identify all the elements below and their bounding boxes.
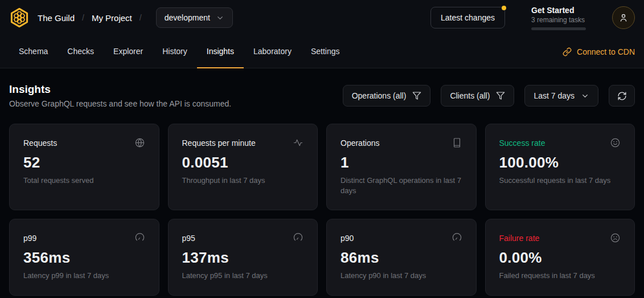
metric-card-success-rate: Success rate 100.00% Successful requests… bbox=[485, 124, 635, 210]
insights-header: Insights Observe GraphQL requests and se… bbox=[0, 83, 644, 108]
card-value: 100.00% bbox=[499, 154, 621, 172]
page-subtitle: Observe GraphQL requests and see how the… bbox=[9, 99, 231, 108]
metric-card-requests: Requests 52 Total requests served bbox=[9, 124, 159, 210]
latest-changes-button[interactable]: Latest changes bbox=[430, 7, 505, 28]
card-title: Failure rate bbox=[499, 234, 540, 243]
card-value: 0.00% bbox=[499, 249, 621, 267]
card-title: p95 bbox=[182, 234, 195, 243]
card-value: 0.0051 bbox=[182, 154, 304, 172]
environment-selector[interactable]: development bbox=[156, 7, 233, 28]
get-started-title: Get Started bbox=[531, 6, 586, 15]
latest-changes-label: Latest changes bbox=[441, 13, 495, 22]
metric-card-failure-rate: Failure rate 0.00% Failed requests in la… bbox=[485, 219, 635, 296]
breadcrumb-separator: / bbox=[140, 13, 142, 22]
card-description: Successful requests in last 7 days bbox=[499, 175, 621, 186]
activity-icon bbox=[293, 137, 303, 148]
gauge-icon bbox=[134, 232, 145, 243]
book-icon bbox=[452, 137, 462, 148]
refresh-button[interactable] bbox=[609, 85, 635, 107]
tab-history[interactable]: History bbox=[153, 35, 197, 68]
card-value: 356ms bbox=[23, 249, 145, 267]
card-description: Throughput in last 7 days bbox=[182, 175, 304, 186]
get-started-widget[interactable]: Get Started 3 remaining tasks bbox=[531, 6, 586, 30]
app-header: The Guild / My Project / development Lat… bbox=[0, 0, 644, 35]
card-description: Total requests served bbox=[23, 175, 145, 186]
funnel-icon bbox=[496, 91, 505, 100]
metric-card-p95: p95 137ms Latency p95 in last 7 days bbox=[168, 219, 318, 296]
metric-card-operations: Operations 1 Distinct GraphQL operations… bbox=[326, 124, 477, 210]
card-title: p90 bbox=[341, 234, 354, 243]
project-tabbar: Schema Checks Explorer History Insights … bbox=[0, 35, 644, 68]
person-icon bbox=[618, 13, 629, 23]
operations-filter-button[interactable]: Operations (all) bbox=[343, 85, 431, 107]
page-title: Insights bbox=[9, 83, 231, 96]
smile-icon bbox=[610, 137, 621, 148]
tab-settings[interactable]: Settings bbox=[301, 35, 350, 68]
guild-logo-icon[interactable] bbox=[9, 7, 30, 28]
card-value: 52 bbox=[23, 154, 145, 172]
card-value: 137ms bbox=[182, 249, 304, 267]
card-value: 86ms bbox=[341, 249, 462, 267]
funnel-icon bbox=[412, 91, 421, 100]
get-started-subtitle: 3 remaining tasks bbox=[531, 16, 586, 24]
clients-filter-label: Clients (all) bbox=[450, 91, 490, 100]
user-avatar[interactable] bbox=[612, 6, 635, 29]
environment-selector-value: development bbox=[165, 13, 210, 22]
breadcrumb: The Guild / My Project / bbox=[38, 13, 149, 23]
card-description: Latency p95 in last 7 days bbox=[182, 271, 304, 281]
card-description: Latency p99 in last 7 days bbox=[23, 271, 145, 281]
clients-filter-button[interactable]: Clients (all) bbox=[441, 85, 514, 107]
gauge-icon bbox=[452, 232, 462, 243]
metrics-grid: Requests 52 Total requests served Reques… bbox=[9, 124, 635, 296]
operations-filter-label: Operations (all) bbox=[352, 91, 407, 100]
tab-laboratory[interactable]: Laboratory bbox=[244, 35, 301, 68]
breadcrumb-project[interactable]: My Project bbox=[92, 13, 132, 23]
metric-card-p90: p90 86ms Latency p90 in last 7 days bbox=[326, 219, 477, 296]
card-title: Requests bbox=[23, 138, 57, 148]
filters-toolbar: Operations (all) Clients (all) Last 7 da… bbox=[343, 85, 635, 107]
metric-card-p99: p99 356ms Latency p99 in last 7 days bbox=[9, 219, 159, 296]
insights-title-block: Insights Observe GraphQL requests and se… bbox=[9, 83, 231, 108]
period-selector-value: Last 7 days bbox=[534, 91, 575, 100]
chevron-down-icon bbox=[581, 92, 589, 100]
card-title: Operations bbox=[341, 138, 379, 148]
connect-to-cdn-label: Connect to CDN bbox=[577, 47, 635, 56]
refresh-icon bbox=[617, 91, 627, 101]
tab-checks[interactable]: Checks bbox=[58, 35, 104, 68]
connect-to-cdn-link[interactable]: Connect to CDN bbox=[563, 35, 635, 68]
frown-icon bbox=[610, 232, 621, 243]
card-title: p99 bbox=[23, 234, 36, 243]
period-selector[interactable]: Last 7 days bbox=[524, 85, 598, 107]
breadcrumb-org[interactable]: The Guild bbox=[38, 13, 75, 23]
chevron-down-icon bbox=[216, 14, 224, 22]
get-started-progress-bar bbox=[531, 27, 586, 30]
header-right: Latest changes Get Started 3 remaining t… bbox=[430, 6, 635, 30]
breadcrumb-separator: / bbox=[82, 13, 84, 22]
card-title: Requests per minute bbox=[182, 138, 256, 148]
tab-explorer[interactable]: Explorer bbox=[104, 35, 153, 68]
notification-dot bbox=[502, 6, 506, 10]
card-value: 1 bbox=[341, 154, 462, 172]
card-description: Failed requests in last 7 days bbox=[499, 271, 621, 281]
card-description: Latency p90 in last 7 days bbox=[341, 271, 462, 281]
tab-schema[interactable]: Schema bbox=[9, 35, 58, 68]
metric-card-requests-per-minute: Requests per minute 0.0051 Throughput in… bbox=[168, 124, 318, 210]
link-icon bbox=[563, 47, 572, 56]
tab-insights[interactable]: Insights bbox=[197, 35, 244, 68]
card-description: Distinct GraphQL operations in last 7 da… bbox=[341, 175, 462, 195]
card-title: Success rate bbox=[499, 138, 545, 148]
globe-icon bbox=[134, 137, 145, 148]
gauge-icon bbox=[293, 232, 303, 243]
